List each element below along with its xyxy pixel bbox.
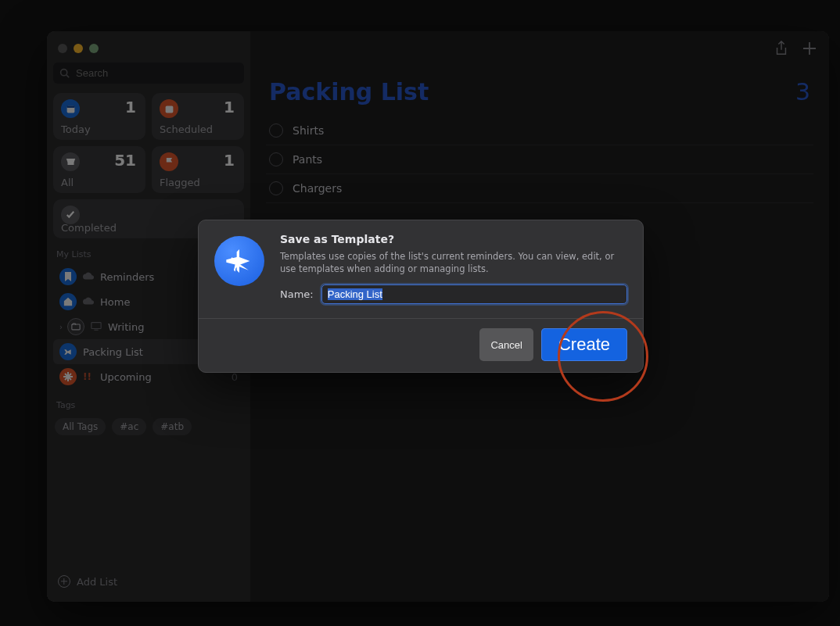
reminder-item[interactable]: Chargers bbox=[266, 174, 813, 203]
cloud-icon bbox=[83, 271, 94, 282]
list-label: Writing bbox=[108, 321, 144, 333]
tag-all[interactable]: All Tags bbox=[55, 418, 106, 435]
svg-rect-6 bbox=[92, 323, 101, 329]
smart-today-count: 1 bbox=[125, 98, 136, 116]
svg-point-0 bbox=[61, 70, 67, 76]
smart-all-label: All bbox=[61, 177, 74, 188]
calendar-icon bbox=[160, 99, 178, 118]
calendar-today-icon bbox=[61, 99, 80, 118]
tag-list: All Tags #ac #atb bbox=[53, 415, 244, 438]
main-toolbar bbox=[774, 41, 817, 56]
cancel-button[interactable]: Cancel bbox=[479, 328, 533, 361]
exclaim-icon: !! bbox=[83, 371, 94, 382]
smart-lists: 1 Today 1 Scheduled 51 All bbox=[53, 93, 244, 238]
cloud-icon bbox=[83, 296, 94, 307]
display-icon bbox=[91, 321, 102, 332]
create-button[interactable]: Create bbox=[541, 328, 627, 361]
search-field[interactable] bbox=[53, 63, 244, 84]
list-label: Home bbox=[100, 296, 130, 308]
tag-ac[interactable]: #ac bbox=[112, 418, 146, 435]
list-total-count: 3 bbox=[795, 78, 810, 106]
template-name-input[interactable] bbox=[321, 284, 627, 304]
smart-scheduled-label: Scheduled bbox=[160, 123, 213, 135]
asterisk-icon bbox=[59, 368, 77, 385]
smart-scheduled-count: 1 bbox=[224, 98, 235, 116]
smart-completed-label: Completed bbox=[61, 222, 117, 234]
smart-flagged-label: Flagged bbox=[160, 177, 200, 188]
svg-rect-5 bbox=[72, 324, 80, 330]
plus-circle-icon bbox=[58, 575, 70, 588]
name-label: Name: bbox=[280, 288, 314, 300]
folder-icon bbox=[67, 318, 84, 335]
smart-all-count: 51 bbox=[114, 151, 136, 170]
reminder-item[interactable]: Shirts bbox=[266, 116, 813, 145]
reminder-title: Shirts bbox=[293, 124, 324, 137]
checkbox[interactable] bbox=[269, 152, 283, 166]
search-input[interactable] bbox=[74, 66, 238, 80]
reminder-title: Pants bbox=[293, 153, 322, 166]
add-list-label: Add List bbox=[77, 576, 117, 588]
smart-scheduled[interactable]: 1 Scheduled bbox=[152, 93, 244, 140]
list-label: Upcoming bbox=[100, 371, 152, 383]
bookmark-icon bbox=[59, 268, 77, 285]
flag-icon bbox=[160, 152, 178, 171]
svg-line-1 bbox=[66, 75, 69, 77]
tag-atb[interactable]: #atb bbox=[153, 418, 192, 435]
list-label: Reminders bbox=[100, 271, 154, 283]
minimize-window-button[interactable] bbox=[74, 44, 83, 53]
checkbox[interactable] bbox=[269, 123, 283, 138]
tray-icon bbox=[61, 152, 80, 171]
chevron-right-icon[interactable]: › bbox=[59, 323, 63, 331]
list-title: Packing List bbox=[269, 78, 429, 106]
save-template-dialog: Save as Template? Templates use copies o… bbox=[198, 220, 644, 373]
add-list-button[interactable]: Add List bbox=[53, 569, 244, 594]
dialog-description: Templates use copies of the list's curre… bbox=[280, 250, 627, 275]
search-icon bbox=[59, 68, 70, 78]
svg-rect-4 bbox=[165, 106, 173, 113]
checkbox[interactable] bbox=[269, 181, 283, 195]
window-controls bbox=[53, 39, 244, 63]
title-row: Packing List 3 bbox=[269, 78, 810, 106]
share-icon[interactable] bbox=[774, 41, 788, 56]
home-icon bbox=[59, 293, 77, 310]
airplane-icon bbox=[59, 343, 77, 360]
dialog-separator bbox=[199, 318, 643, 319]
airplane-icon bbox=[214, 236, 264, 286]
close-window-button[interactable] bbox=[58, 44, 67, 53]
smart-all[interactable]: 51 All bbox=[53, 146, 145, 193]
dialog-title: Save as Template? bbox=[280, 233, 627, 245]
smart-flagged[interactable]: 1 Flagged bbox=[152, 146, 244, 193]
reminder-item[interactable]: Pants bbox=[266, 145, 813, 174]
smart-today-label: Today bbox=[61, 123, 91, 135]
list-label: Packing List bbox=[83, 346, 143, 358]
section-tags: Tags bbox=[56, 400, 241, 410]
reminder-title: Chargers bbox=[293, 182, 342, 195]
maximize-window-button[interactable] bbox=[89, 44, 99, 53]
add-reminder-icon[interactable] bbox=[802, 41, 817, 56]
smart-today[interactable]: 1 Today bbox=[53, 93, 145, 140]
svg-rect-3 bbox=[66, 106, 74, 107]
smart-flagged-count: 1 bbox=[224, 151, 235, 170]
